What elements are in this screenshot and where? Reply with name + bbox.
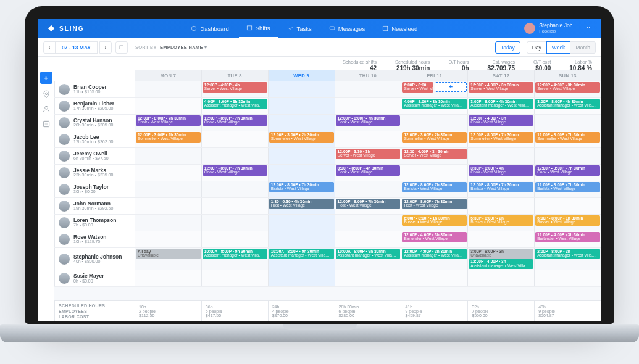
shift-pill[interactable]: 3:00P - 8:00P • 4h 30minAssistant manage…	[535, 99, 600, 109]
day-header[interactable]: SAT 12	[467, 70, 534, 81]
day-cell[interactable]: 12:00P - 8:00P • 7h 30minCook • West Vil…	[534, 165, 601, 181]
day-cell[interactable]	[201, 148, 268, 164]
shift-pill[interactable]: 3:00P - 8:00P • 3hUnavailable	[469, 249, 533, 259]
shift-pill[interactable]: 12:00P - 3:00P • 2h 30minSommelier • Wes…	[136, 132, 201, 143]
day-header[interactable]: FRI 11	[401, 70, 467, 81]
shift-pill[interactable]: 10:00A - 8:00P • 9h 30minAssistant manag…	[269, 249, 334, 259]
day-cell[interactable]	[135, 215, 201, 231]
user-menu[interactable]: Stephanie Joh… Foodlab ⋯	[524, 23, 592, 34]
next-week-button[interactable]: ›	[99, 41, 112, 54]
day-cell[interactable]: 4:00P - 8:00P • 3h 30minAssistant manage…	[401, 98, 467, 114]
shift-pill[interactable]: 12:00P - 8:00P • 7h 30minHost • West Vil…	[336, 199, 401, 209]
day-cell[interactable]: 10:00A - 8:00P • 9h 30minAssistant manag…	[335, 248, 401, 270]
day-cell[interactable]	[201, 131, 268, 147]
nav-messages[interactable]: Messages	[322, 19, 372, 38]
day-cell[interactable]	[335, 131, 401, 147]
shift-pill[interactable]: 12:00P - 4:00P • 3hAssistant manager • W…	[469, 259, 533, 270]
day-cell[interactable]: 1:30 - 6:30 • 4h 30minHost • West Villag…	[268, 198, 335, 214]
day-cell[interactable]	[401, 270, 467, 286]
shift-pill[interactable]: 12:00P - 8:00P • 7h 30minSommelier • Wes…	[535, 132, 600, 143]
shift-pill[interactable]: 12:00P - 8:00P • 7h 30minCook • West Vil…	[203, 115, 267, 126]
employee-cell[interactable]: Brian Cooper11h • $165.00	[54, 81, 135, 97]
day-cell[interactable]	[135, 231, 201, 247]
shift-pill[interactable]: 12:00P - 8:00P • 7h 30minBarista • West …	[535, 182, 600, 192]
day-cell[interactable]: 12:00P - 8:00P • 7h 30minBarista • West …	[467, 181, 534, 197]
day-cell[interactable]: 12:00P - 8:00P • 7h 30minCook • West Vil…	[201, 165, 268, 181]
view-month[interactable]: Month	[570, 41, 596, 54]
shift-pill[interactable]: 6:00P - 8:00P • 3h…Server • West Village	[402, 82, 433, 93]
prev-week-button[interactable]: ‹	[43, 41, 56, 54]
day-cell[interactable]: 2:00P - 8:00P • 3hAssistant manager • We…	[534, 248, 601, 270]
shift-pill[interactable]: 12:00P - 8:00P • 7h 30minCook • West Vil…	[535, 165, 600, 176]
employee-cell[interactable]: Jeremy Owell6h 30min • $97.50	[54, 148, 135, 164]
day-cell[interactable]	[268, 165, 335, 181]
shift-pill[interactable]: 12:00P - 8:00P • 7h 30minSommelier • Wes…	[469, 132, 533, 143]
day-header[interactable]: THU 10	[335, 70, 401, 81]
shift-pill[interactable]: 2:00P - 8:00P • 3hAssistant manager • We…	[535, 249, 600, 259]
day-cell[interactable]: 12:00P - 4:00P • 3h 30minServer • West V…	[534, 81, 601, 97]
day-cell[interactable]: All dayUnavailable	[135, 248, 201, 270]
employee-cell[interactable]: Stephanie Johnson40h • $800.00	[54, 248, 135, 270]
shift-pill[interactable]: 5:30P - 8:00P • 2hBusser • West Village	[469, 215, 533, 226]
day-cell[interactable]	[135, 198, 201, 214]
shift-pill[interactable]: 12:00P - 3:00P • 2h 30minSommelier • Wes…	[269, 132, 334, 143]
checklist-icon[interactable]	[42, 120, 51, 128]
day-cell[interactable]	[401, 115, 467, 131]
day-cell[interactable]: 12:00P - 4:30P • 4hServer • West Village	[201, 81, 268, 97]
day-cell[interactable]: 12:00P - 4:00P • 3h 30minBartender • Wes…	[534, 231, 601, 247]
employee-cell[interactable]: Rose Watson10h • $129.75	[54, 231, 135, 247]
shift-pill[interactable]: 12:00P - 8:00P • 7h 30minBarista • West …	[469, 182, 533, 192]
role-icon[interactable]	[42, 105, 51, 114]
day-cell[interactable]: 12:00P - 8:00P • 7h 30minBarista • West …	[401, 181, 467, 197]
employee-cell[interactable]: Benjamin Fisher17h 30min • $205.00	[54, 98, 135, 114]
shift-pill[interactable]: 12:00P - 4:00P • 3hCook • West Village	[469, 115, 533, 126]
shift-pill[interactable]: 12:00P - 3:00P • 2h 30minSommelier • Wes…	[402, 132, 467, 143]
today-button[interactable]: Today	[495, 41, 520, 54]
shift-pill[interactable]: 12:00P - 8:00P • 7h 30minHost • West Vil…	[402, 199, 467, 209]
day-cell[interactable]	[268, 215, 335, 231]
day-cell[interactable]	[135, 98, 201, 114]
day-cell[interactable]	[135, 181, 201, 197]
day-cell[interactable]	[201, 231, 268, 247]
nav-dashboard[interactable]: Dashboard	[183, 19, 236, 38]
day-header[interactable]: TUE 8	[201, 70, 268, 81]
shift-pill[interactable]: 10:00A - 8:00P • 9h 30minAssistant manag…	[336, 249, 401, 259]
nav-newsfeed[interactable]: Newsfeed	[375, 19, 425, 38]
sort-control[interactable]: SORT BY EMPLOYEE NAME ▾	[135, 44, 207, 50]
day-cell[interactable]: 6:00P - 8:00P • 1h 30minBusser • West Vi…	[534, 215, 601, 231]
nav-shifts[interactable]: Shifts	[239, 19, 278, 38]
day-cell[interactable]	[135, 270, 201, 286]
shift-pill[interactable]: 12:00P - 4:00P • 3h 30minServer • West V…	[535, 82, 600, 93]
day-cell[interactable]: 12:00P - 8:00P • 7h 30minHost • West Vil…	[335, 198, 401, 214]
day-cell[interactable]	[201, 181, 268, 197]
more-icon[interactable]: ⋯	[582, 25, 592, 31]
day-cell[interactable]	[534, 270, 601, 286]
day-header[interactable]: SUN 13	[534, 70, 601, 81]
employee-cell[interactable]: Crystal Hanson20h 30min • $205.00	[54, 115, 135, 131]
day-cell[interactable]: 12:00P - 3:00P • 2h 30minSommelier • Wes…	[135, 131, 201, 147]
shift-pill[interactable]: 6:00P - 8:00P • 1h 30minBusser • West Vi…	[402, 215, 467, 226]
shift-pill[interactable]: 4:00P - 8:00P • 3h 30minAssistant manage…	[203, 99, 267, 109]
day-cell[interactable]: 12:00P - 8:00P • 7h 30minBarista • West …	[534, 181, 601, 197]
day-cell[interactable]	[268, 81, 335, 97]
shift-pill[interactable]: All dayUnavailable	[136, 249, 201, 259]
day-cell[interactable]	[201, 270, 268, 286]
day-cell[interactable]	[135, 148, 201, 164]
day-cell[interactable]: 3:30P - 8:00P • 4h 30minCook • West Vill…	[335, 165, 401, 181]
employee-cell[interactable]: Susie Mayer0h • $0.00	[54, 270, 135, 286]
day-cell[interactable]: 12:00P - 8:00P • 7h 30minHost • West Vil…	[401, 198, 467, 214]
day-cell[interactable]: 3:00P - 8:00P • 4h 30minAssistant manage…	[467, 98, 534, 114]
employee-cell[interactable]: Joseph Taylor30h • $0.00	[54, 181, 135, 197]
shift-pill[interactable]: 3:30P - 8:00P • 4h 30minCook • West Vill…	[336, 165, 401, 176]
day-cell[interactable]	[335, 231, 401, 247]
day-cell[interactable]	[268, 115, 335, 131]
shift-pill[interactable]: 3:30P - 8:00P • 4hCook • West Village	[469, 165, 533, 176]
day-cell[interactable]: 12:00P - 8:00P • 7h 30minSommelier • Wes…	[467, 131, 534, 147]
day-cell[interactable]: 3:30P - 8:00P • 4hCook • West Village	[467, 165, 534, 181]
day-cell[interactable]	[335, 215, 401, 231]
day-cell[interactable]	[467, 148, 534, 164]
shift-pill[interactable]: 12:00P - 3:30 • 3hServer • West Village	[336, 149, 401, 159]
location-icon[interactable]	[42, 90, 51, 99]
view-week[interactable]: Week	[546, 41, 571, 54]
day-cell[interactable]	[268, 270, 335, 286]
